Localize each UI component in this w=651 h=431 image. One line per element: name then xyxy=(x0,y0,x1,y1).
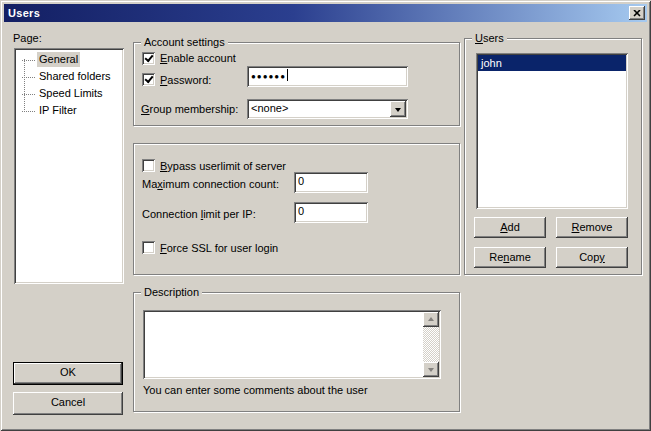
scroll-up-icon xyxy=(428,314,434,321)
users-dialog: { "window": { "title": "Users" }, "icons… xyxy=(0,0,651,431)
users-listbox[interactable]: john xyxy=(476,53,628,209)
scroll-down-icon xyxy=(428,368,434,375)
enable-account-checkbox[interactable] xyxy=(142,52,155,65)
password-label[interactable]: Password: xyxy=(160,74,211,87)
enable-account-label[interactable]: Enable account xyxy=(160,52,236,65)
cancel-button[interactable]: Cancel xyxy=(13,392,123,415)
rename-button[interactable]: Rename xyxy=(474,247,546,268)
connection-limit-per-ip-input[interactable]: 0 xyxy=(294,202,368,223)
description-title: Description xyxy=(141,286,202,299)
password-value: ●●●●●● xyxy=(251,72,286,81)
group-membership-value: <none> xyxy=(251,102,288,114)
title-bar[interactable]: Users xyxy=(4,4,647,22)
max-connection-count-value: 0 xyxy=(298,175,304,187)
account-settings-title: Account settings xyxy=(141,36,228,49)
password-checkbox[interactable] xyxy=(142,73,155,86)
remove-button[interactable]: Remove xyxy=(556,217,628,238)
max-connection-count-input[interactable]: 0 xyxy=(294,172,368,193)
users-title: Users xyxy=(472,32,507,45)
tree-item-label: General xyxy=(37,52,80,67)
group-membership-label: Group membership: xyxy=(141,103,238,116)
tree-item-label: Speed Limits xyxy=(37,86,105,101)
chevron-down-icon xyxy=(395,108,401,115)
connection-limit-per-ip-label: Connection limit per IP: xyxy=(142,208,256,221)
copy-button[interactable]: Copy xyxy=(556,247,628,268)
tree-item-label: IP Filter xyxy=(37,103,79,118)
page-tree[interactable]: General Shared folders Speed Limits IP F… xyxy=(14,48,124,284)
description-textarea[interactable] xyxy=(143,310,441,379)
page-label: Page: xyxy=(13,32,42,45)
group-membership-dropdown-button[interactable] xyxy=(390,101,406,117)
account-settings-group: Account settings Enable account Password… xyxy=(133,42,460,126)
close-icon xyxy=(633,10,641,17)
description-scrollbar[interactable] xyxy=(423,312,439,377)
description-hint: You can enter some comments about the us… xyxy=(143,384,368,397)
tree-item-ip-filter[interactable]: IP Filter xyxy=(14,102,124,119)
force-ssl-label[interactable]: Force SSL for user login xyxy=(160,242,278,255)
tree-item-general[interactable]: General xyxy=(14,51,124,68)
connection-settings-group: Bypass userlimit of server Maximum conne… xyxy=(133,143,460,275)
window-title: Users xyxy=(4,7,40,19)
close-button[interactable] xyxy=(629,6,645,20)
bypass-userlimit-checkbox[interactable] xyxy=(142,159,155,172)
users-group: Users john Add Remove Rename Copy xyxy=(464,38,642,275)
tree-item-label: Shared folders xyxy=(37,69,113,84)
description-group: Description You can enter some comments … xyxy=(133,292,460,412)
scroll-up-button[interactable] xyxy=(423,312,439,327)
connection-limit-per-ip-value: 0 xyxy=(298,205,304,217)
group-membership-select[interactable]: <none> xyxy=(247,99,408,119)
tree-item-speed-limits[interactable]: Speed Limits xyxy=(14,85,124,102)
password-input[interactable]: ●●●●●● xyxy=(247,66,408,87)
ok-button[interactable]: OK xyxy=(13,362,123,385)
text-caret xyxy=(287,69,288,81)
user-name: john xyxy=(481,57,502,69)
bypass-userlimit-label[interactable]: Bypass userlimit of server xyxy=(160,160,286,173)
add-button[interactable]: Add xyxy=(474,217,546,238)
force-ssl-checkbox[interactable] xyxy=(142,241,155,254)
max-connection-count-label: Maximum connection count: xyxy=(142,178,279,191)
tree-item-shared-folders[interactable]: Shared folders xyxy=(14,68,124,85)
user-list-item[interactable]: john xyxy=(478,55,626,71)
scroll-down-button[interactable] xyxy=(423,362,439,377)
